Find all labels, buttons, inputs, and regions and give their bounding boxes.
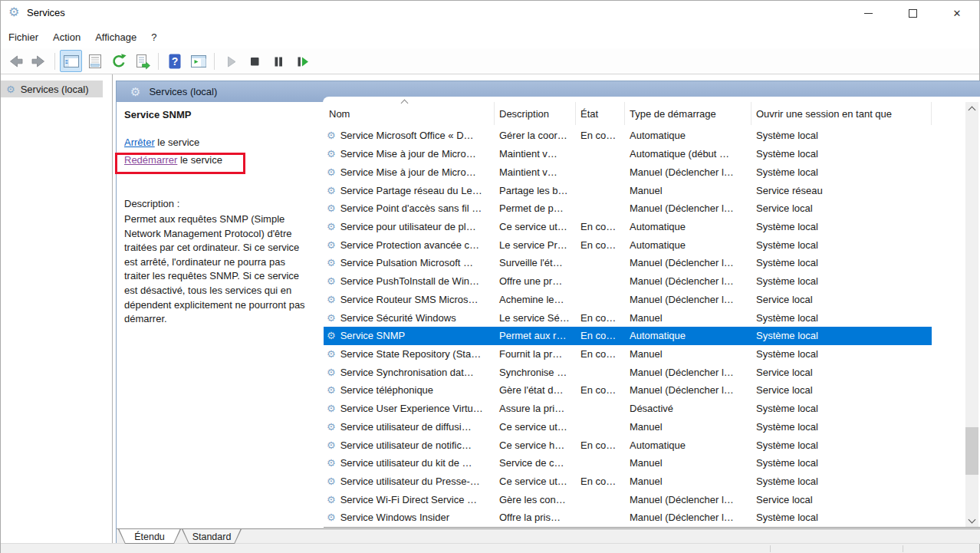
refresh-icon — [110, 52, 128, 71]
service-row[interactable]: ⚙ Service téléphonique Gère l'état d… En… — [324, 381, 932, 400]
maximize-icon — [909, 9, 917, 18]
service-state-cell: En co… — [576, 330, 625, 341]
service-gear-icon: ⚙ — [327, 295, 336, 304]
service-name: Service Sécurité Windows — [340, 312, 456, 324]
properties-button[interactable] — [84, 50, 106, 72]
service-gear-icon: ⚙ — [327, 167, 336, 177]
service-startup-type-cell: Automatique (début … — [625, 148, 751, 160]
service-logon-cell: Système local — [751, 239, 932, 251]
service-row[interactable]: ⚙ Service utilisateur du Presse-… Ce ser… — [324, 472, 932, 491]
service-row[interactable]: ⚙ Service User Experience Virtu… Assure … — [324, 400, 932, 418]
help-button[interactable]: ? — [163, 50, 186, 72]
service-startup-type-cell: Manuel (Déclencher l… — [625, 384, 751, 396]
service-row[interactable]: ⚙ Service Microsoft Office « D… Gérer la… — [324, 127, 932, 145]
stop-service-link[interactable]: Arrêter — [124, 137, 155, 148]
service-row[interactable]: ⚙ Service PushToInstall de Win… Offre un… — [324, 272, 932, 291]
pause-service-button[interactable] — [267, 50, 289, 72]
service-row[interactable]: ⚙ Service Windows Insider Offre la pris…… — [324, 509, 932, 527]
service-name: Service Microsoft Office « D… — [340, 130, 474, 141]
action-pane-icon — [189, 52, 208, 71]
service-startup-type-cell: Manuel (Déclencher l… — [625, 494, 751, 505]
service-description-cell: Partage les b… — [495, 185, 576, 196]
export-list-button[interactable] — [131, 50, 153, 72]
service-state-cell: En co… — [576, 221, 625, 232]
service-row[interactable]: ⚙ Service Protection avancée c… Le servi… — [324, 235, 932, 254]
start-icon — [222, 52, 240, 71]
service-startup-type-cell: Automatique — [625, 239, 751, 251]
service-logon-cell: Système local — [751, 166, 932, 178]
column-header-session[interactable]: Ouvrir une session en tant que — [751, 102, 932, 125]
service-row[interactable]: ⚙ Service State Repository (Sta… Fournit… — [324, 345, 932, 364]
column-header-nom[interactable]: Nom — [324, 102, 495, 125]
show-console-tree-button[interactable] — [60, 50, 82, 72]
service-state-cell: En co… — [576, 239, 625, 251]
show-action-pane-button[interactable] — [187, 50, 209, 72]
service-row[interactable]: ⚙ Service Routeur SMS Micros… Achemine l… — [324, 290, 932, 308]
service-startup-type-cell: Manuel — [625, 421, 751, 433]
chevron-up-icon — [968, 106, 976, 114]
service-gear-icon: ⚙ — [327, 149, 336, 159]
service-description-cell: Ce service ut… — [495, 421, 576, 433]
service-row[interactable]: ⚙ Service Wi-Fi Direct Service … Gère le… — [324, 490, 932, 509]
tab-standard[interactable]: Standard — [182, 529, 242, 544]
maximize-button[interactable] — [890, 1, 935, 25]
restart-service-button[interactable] — [291, 50, 313, 72]
service-row[interactable]: ⚙ Service Point d'accès sans fil … Perme… — [324, 199, 932, 218]
service-gear-icon: ⚙ — [327, 385, 336, 395]
service-logon-cell: Système local — [751, 275, 932, 287]
column-header-description[interactable]: Description — [495, 102, 576, 125]
service-row[interactable]: ⚙ Service utilisateur de diffusi… Ce ser… — [324, 418, 932, 436]
service-name: Service Protection avancée c… — [340, 239, 479, 251]
scrollbar-thumb[interactable] — [965, 427, 978, 475]
column-header-etat[interactable]: État — [576, 102, 625, 125]
service-gear-icon: ⚙ — [327, 331, 336, 341]
service-row[interactable]: ⚙ Service Pulsation Microsoft … Surveill… — [324, 254, 932, 272]
view-tabs: Étendu Standard — [117, 528, 980, 544]
minimize-button[interactable] — [846, 1, 890, 25]
tree-item-services-local[interactable]: ⚙ Services (local) — [1, 81, 103, 97]
back-button[interactable] — [4, 50, 26, 72]
close-button[interactable]: ✕ — [935, 1, 979, 25]
service-row[interactable]: ⚙ Service utilisateur du kit de … Servic… — [324, 454, 932, 472]
service-row[interactable]: ⚙ Service Mise à jour de Micro… Maintien… — [324, 145, 932, 163]
title-bar: ⚙ Services ✕ — [1, 1, 979, 25]
tab-etendu[interactable]: Étendu — [118, 529, 181, 544]
service-logon-cell: Système local — [751, 257, 932, 268]
toolbar-separator — [54, 53, 55, 70]
scroll-down-button[interactable] — [965, 514, 978, 527]
service-logon-cell: Service local — [751, 294, 932, 305]
service-logon-cell: Service local — [751, 384, 932, 396]
menu-help[interactable]: ? — [151, 31, 156, 43]
menu-fichier[interactable]: Fichier — [8, 31, 38, 43]
stop-icon — [245, 52, 264, 71]
stop-service-button[interactable] — [243, 50, 265, 72]
service-row[interactable]: ⚙ Service Synchronisation dat… Synchroni… — [324, 363, 932, 381]
service-gear-icon: ⚙ — [327, 203, 336, 213]
forward-button[interactable] — [28, 50, 50, 72]
column-header-type-demarrage[interactable]: Type de démarrage — [625, 102, 751, 125]
service-gear-icon: ⚙ — [327, 458, 336, 468]
stop-service-line: Arrêter le service — [124, 137, 199, 148]
start-service-button[interactable] — [219, 50, 242, 72]
menu-affichage[interactable]: Affichage — [95, 31, 136, 43]
scroll-up-button[interactable] — [965, 102, 978, 115]
refresh-button[interactable] — [107, 50, 130, 72]
services-gear-icon: ⚙ — [130, 86, 140, 97]
service-row[interactable]: ⚙ Service Sécurité Windows Le service Sé… — [324, 308, 932, 327]
toolbar-separator — [158, 53, 159, 70]
service-startup-type-cell: Manuel — [625, 348, 751, 360]
service-row[interactable]: ⚙ Service SNMP Permet aux r… En co… Auto… — [324, 327, 932, 345]
service-row[interactable]: ⚙ Service utilisateur de notific… Ce ser… — [324, 436, 932, 454]
menu-action[interactable]: Action — [53, 31, 81, 43]
service-row[interactable]: ⚙ Service pour utilisateur de pl… Ce ser… — [324, 218, 932, 236]
service-startup-type-cell: Manuel (Déclencher l… — [625, 275, 751, 287]
strip-divider — [770, 545, 771, 552]
service-gear-icon: ⚙ — [327, 276, 336, 286]
service-row[interactable]: ⚙ Service Partage réseau du Le… Partage … — [324, 181, 932, 199]
vertical-scrollbar[interactable] — [965, 102, 978, 527]
service-startup-type-cell: Manuel — [625, 312, 751, 324]
service-row[interactable]: ⚙ Service Mise à jour de Micro… Maintien… — [324, 163, 932, 181]
menu-bar: Fichier Action Affichage ? — [1, 25, 979, 48]
service-startup-type-cell: Automatique — [625, 221, 751, 232]
service-logon-cell: Système local — [751, 130, 932, 141]
